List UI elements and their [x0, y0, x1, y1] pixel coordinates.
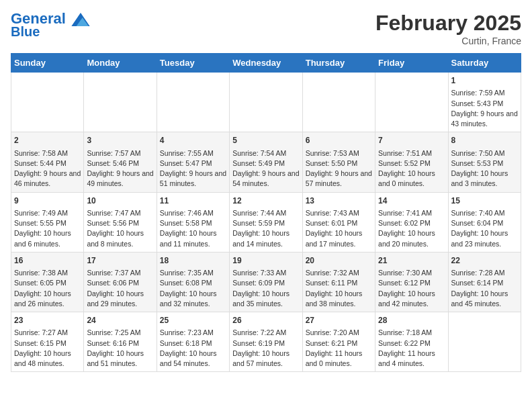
calendar-week-3: 9Sunrise: 7:49 AMSunset: 5:55 PMDaylight… [11, 192, 521, 252]
day-info: Sunrise: 7:20 AM [306, 328, 372, 338]
day-info: Sunset: 5:50 PM [306, 158, 372, 169]
day-number: 5 [232, 135, 299, 146]
day-info: Sunset: 6:14 PM [451, 278, 518, 288]
day-number: 2 [14, 135, 81, 146]
day-info: Sunrise: 7:37 AM [87, 268, 153, 278]
calendar-week-1: 1Sunrise: 7:59 AMSunset: 5:43 PMDaylight… [11, 73, 521, 132]
day-info: Sunset: 6:05 PM [14, 278, 81, 288]
day-info: Sunrise: 7:43 AM [306, 208, 372, 218]
day-info: Sunset: 5:59 PM [232, 218, 299, 228]
day-info: Sunset: 6:19 PM [232, 338, 299, 349]
day-number: 12 [232, 195, 299, 207]
title-block: February 2025 Curtin, France [375, 11, 521, 46]
day-number: 3 [87, 135, 153, 146]
calendar-cell: 2Sunrise: 7:58 AMSunset: 5:44 PMDaylight… [11, 132, 84, 192]
day-info: Sunrise: 7:55 AM [160, 148, 226, 158]
calendar-cell [375, 73, 448, 132]
day-number: 14 [378, 195, 445, 207]
day-info: Daylight: 10 hours and 51 minutes. [87, 349, 153, 369]
day-info: Daylight: 10 hours and 23 minutes. [451, 228, 518, 248]
calendar-cell [302, 73, 375, 132]
calendar-cell: 10Sunrise: 7:47 AMSunset: 5:56 PMDayligh… [84, 192, 157, 252]
day-info: Sunrise: 7:38 AM [14, 268, 81, 278]
day-number: 8 [451, 135, 518, 146]
day-info: Sunrise: 7:33 AM [232, 268, 299, 278]
calendar-cell: 27Sunrise: 7:20 AMSunset: 6:21 PMDayligh… [302, 312, 375, 372]
day-info: Sunrise: 7:22 AM [232, 328, 299, 338]
calendar-cell: 3Sunrise: 7:57 AMSunset: 5:46 PMDaylight… [84, 132, 157, 192]
day-number: 1 [451, 75, 518, 87]
day-info: Sunset: 6:21 PM [306, 338, 372, 349]
calendar-cell [11, 73, 84, 132]
day-number: 7 [378, 135, 445, 146]
day-info: Sunrise: 7:18 AM [378, 328, 445, 338]
day-number: 16 [14, 255, 81, 267]
day-info: Sunset: 5:55 PM [14, 218, 81, 228]
day-number: 21 [378, 255, 445, 267]
day-info: Daylight: 9 hours and 46 minutes. [14, 169, 81, 189]
day-info: Daylight: 10 hours and 57 minutes. [232, 349, 299, 369]
day-info: Daylight: 10 hours and 0 minutes. [378, 169, 445, 189]
day-number: 27 [306, 315, 372, 326]
header-day-wednesday: Wednesday [230, 54, 302, 73]
day-info: Sunset: 6:09 PM [232, 278, 299, 288]
calendar-cell: 12Sunrise: 7:44 AMSunset: 5:59 PMDayligh… [230, 192, 302, 252]
day-number: 25 [160, 315, 226, 326]
calendar-cell: 6Sunrise: 7:53 AMSunset: 5:50 PMDaylight… [302, 132, 375, 192]
calendar-cell: 28Sunrise: 7:18 AMSunset: 6:22 PMDayligh… [375, 312, 448, 372]
header-day-tuesday: Tuesday [157, 54, 229, 73]
header-day-thursday: Thursday [302, 54, 375, 73]
day-info: Sunrise: 7:30 AM [378, 268, 445, 278]
day-info: Daylight: 10 hours and 48 minutes. [14, 349, 81, 369]
calendar-cell [230, 73, 302, 132]
calendar-cell: 16Sunrise: 7:38 AMSunset: 6:05 PMDayligh… [11, 252, 84, 312]
day-info: Sunset: 5:53 PM [451, 158, 518, 169]
day-number: 9 [14, 195, 81, 207]
day-info: Sunrise: 7:35 AM [160, 268, 226, 278]
calendar-cell: 20Sunrise: 7:32 AMSunset: 6:11 PMDayligh… [302, 252, 375, 312]
calendar-cell: 22Sunrise: 7:28 AMSunset: 6:14 PMDayligh… [448, 252, 521, 312]
day-info: Sunset: 6:16 PM [87, 338, 153, 349]
day-info: Sunrise: 7:32 AM [306, 268, 372, 278]
day-number: 26 [232, 315, 299, 326]
day-number: 10 [87, 195, 153, 207]
day-number: 13 [306, 195, 372, 207]
day-number: 18 [160, 255, 226, 267]
day-info: Sunrise: 7:25 AM [87, 328, 153, 338]
calendar-cell: 13Sunrise: 7:43 AMSunset: 6:01 PMDayligh… [302, 192, 375, 252]
calendar-header-row: SundayMondayTuesdayWednesdayThursdayFrid… [11, 54, 521, 73]
subtitle: Curtin, France [375, 36, 521, 46]
day-info: Daylight: 10 hours and 54 minutes. [160, 349, 226, 369]
day-number: 22 [451, 255, 518, 267]
calendar-cell: 23Sunrise: 7:27 AMSunset: 6:15 PMDayligh… [11, 312, 84, 372]
calendar-week-5: 23Sunrise: 7:27 AMSunset: 6:15 PMDayligh… [11, 312, 521, 372]
day-info: Sunrise: 7:51 AM [378, 148, 445, 158]
day-number: 28 [378, 315, 445, 326]
day-info: Daylight: 9 hours and 54 minutes. [232, 169, 299, 189]
calendar-cell: 18Sunrise: 7:35 AMSunset: 6:08 PMDayligh… [157, 252, 229, 312]
calendar-cell: 24Sunrise: 7:25 AMSunset: 6:16 PMDayligh… [84, 312, 157, 372]
day-info: Sunset: 5:46 PM [87, 158, 153, 169]
day-info: Daylight: 9 hours and 49 minutes. [87, 169, 153, 189]
calendar-cell: 9Sunrise: 7:49 AMSunset: 5:55 PMDaylight… [11, 192, 84, 252]
day-info: Sunset: 6:15 PM [14, 338, 81, 349]
day-number: 19 [232, 255, 299, 267]
day-info: Sunset: 5:52 PM [378, 158, 445, 169]
day-info: Sunrise: 7:44 AM [232, 208, 299, 218]
day-info: Sunrise: 7:54 AM [232, 148, 299, 158]
day-info: Sunrise: 7:28 AM [451, 268, 518, 278]
header-day-friday: Friday [375, 54, 448, 73]
calendar-cell: 21Sunrise: 7:30 AMSunset: 6:12 PMDayligh… [375, 252, 448, 312]
day-info: Sunset: 6:02 PM [378, 218, 445, 228]
day-info: Sunrise: 7:59 AM [451, 88, 518, 98]
day-info: Sunrise: 7:58 AM [14, 148, 81, 158]
calendar-cell: 17Sunrise: 7:37 AMSunset: 6:06 PMDayligh… [84, 252, 157, 312]
day-number: 15 [451, 195, 518, 207]
day-info: Sunrise: 7:27 AM [14, 328, 81, 338]
day-info: Daylight: 10 hours and 45 minutes. [451, 289, 518, 309]
day-info: Daylight: 11 hours and 0 minutes. [306, 349, 372, 369]
day-info: Daylight: 11 hours and 4 minutes. [378, 349, 445, 369]
day-info: Sunset: 5:47 PM [160, 158, 226, 169]
page-header: General Blue February 2025 Curtin, Franc… [11, 11, 521, 46]
day-info: Daylight: 9 hours and 57 minutes. [306, 169, 372, 189]
